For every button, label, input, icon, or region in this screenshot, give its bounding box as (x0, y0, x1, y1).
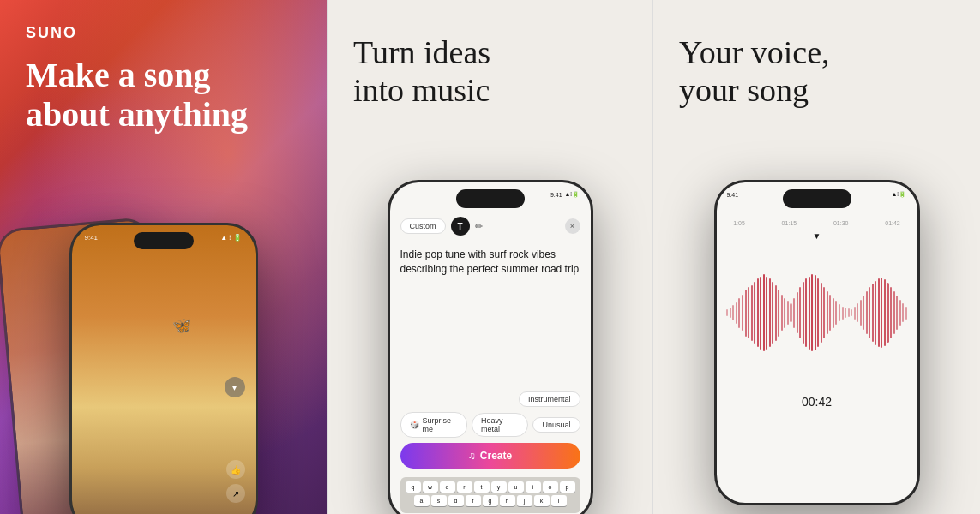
like-icon: 👍 (226, 460, 245, 479)
key-e[interactable]: e (440, 481, 455, 493)
wave-bar (823, 287, 825, 338)
wave-bar (854, 307, 856, 320)
key-t[interactable]: t (474, 481, 490, 493)
key-f[interactable]: f (466, 495, 481, 506)
tag-unusual[interactable]: Unusual (532, 417, 580, 433)
wave-bar (732, 305, 734, 320)
surprise-row: 🎲 Surprise me Heavy metal Unusual (400, 412, 580, 438)
wave-bar (757, 278, 759, 347)
wave-bar (803, 282, 804, 344)
wave-bar (905, 307, 907, 320)
key-l[interactable]: l (551, 495, 567, 506)
wave-bar (869, 287, 870, 338)
surprise-btn[interactable]: 🎲 Surprise me (400, 412, 467, 438)
wave-bar (726, 309, 728, 316)
t-icon: T (451, 217, 470, 236)
wave-bar (730, 308, 731, 318)
phone-notch-3 (783, 189, 851, 208)
wave-bar (784, 298, 785, 328)
keyboard-row-1: q w e r t y u i o p (403, 481, 578, 493)
wave-bar (857, 303, 858, 322)
wave-bar (775, 285, 777, 341)
wave-bar (884, 279, 886, 346)
wave-bar (817, 278, 819, 347)
key-w[interactable]: w (423, 481, 438, 493)
wave-bar (829, 295, 831, 331)
prompt-text[interactable]: Indie pop tune with surf rock vibes desc… (400, 244, 580, 383)
phone-1: 9:41 ▲ ⁞ 🔋 ▾ 👍 ↗ (69, 223, 258, 514)
create-button[interactable]: ♫ Create (400, 443, 580, 469)
wave-bar (809, 277, 810, 350)
wave-bar (860, 300, 862, 326)
wave-bar (751, 285, 753, 341)
panel-2-headline: Turn ideas into music (353, 34, 627, 109)
panel-1: SUNO Make a song about anything 9:41 ▲ ⁞… (0, 0, 327, 514)
key-i[interactable]: i (526, 481, 541, 493)
phone-screen-3: 1:05 01:15 01:30 01:42 ▼ 00:42 (717, 182, 917, 503)
key-p[interactable]: p (560, 481, 575, 493)
wave-bar (839, 304, 840, 321)
wave-bar (793, 298, 795, 328)
wave-bar (745, 290, 747, 337)
key-h[interactable]: h (500, 495, 515, 506)
key-j[interactable]: j (517, 495, 532, 506)
phone-container-2: 9:41 ▲⁞🔋 Custom T ✏ × Indie pop tune wit… (388, 180, 593, 514)
wave-bar (902, 303, 904, 322)
chevron-down-icon[interactable]: ▾ (225, 377, 245, 397)
tag-instrumental[interactable]: Instrumental (519, 391, 580, 407)
key-q[interactable]: q (406, 481, 421, 493)
wave-bar (881, 278, 882, 348)
panel-3-headline: Your voice, your song (679, 34, 954, 109)
share-icon: ↗ (226, 484, 245, 503)
wave-bar (863, 296, 864, 330)
custom-row: Custom T ✏ × (400, 213, 580, 239)
panel-1-headline: Make a song about anything (26, 56, 301, 134)
key-k[interactable]: k (534, 495, 550, 506)
wave-bar (835, 301, 837, 325)
wave-bar (899, 300, 901, 326)
tag-heavy-metal[interactable]: Heavy metal (472, 413, 528, 437)
key-r[interactable]: r (457, 481, 472, 493)
wave-bar (872, 284, 874, 342)
pencil-icon: ✏ (475, 221, 483, 232)
key-g[interactable]: g (483, 495, 498, 506)
wave-bar (821, 283, 822, 343)
wave-bar (848, 308, 850, 317)
wave-bar (766, 277, 767, 350)
wave-bar (790, 303, 791, 322)
wave-bar (738, 298, 740, 328)
waveform[interactable] (726, 244, 907, 381)
key-a[interactable]: a (414, 495, 430, 506)
key-s[interactable]: s (431, 495, 447, 506)
key-o[interactable]: o (543, 481, 558, 493)
wave-bar (748, 287, 749, 338)
wave-bar (754, 282, 755, 344)
close-btn[interactable]: × (565, 218, 580, 234)
dice-icon: 🎲 (410, 421, 419, 429)
custom-badge[interactable]: Custom (400, 218, 446, 234)
wave-bar (878, 278, 880, 347)
phone-notch-2 (456, 189, 525, 208)
phone-container-1: 9:41 ▲ ⁞ 🔋 ▾ 👍 ↗ (69, 223, 258, 514)
key-y[interactable]: y (491, 481, 507, 493)
keyboard-row-2: a s d f g h j k l (403, 495, 578, 506)
phone-notch-1 (134, 232, 194, 249)
panel-2: Turn ideas into music 9:41 ▲⁞🔋 Custom T … (327, 0, 653, 514)
like-bar: 👍 ↗ (226, 460, 245, 503)
wave-bar (887, 283, 888, 343)
tags-row: Instrumental (400, 391, 580, 407)
key-u[interactable]: u (508, 481, 524, 493)
wave-bar (799, 287, 801, 338)
wave-bar (787, 301, 789, 325)
waveform-timeline: 1:05 01:15 01:30 01:42 (726, 217, 907, 230)
wave-bar (833, 298, 834, 328)
wave-bar (851, 309, 852, 316)
music-note-icon: ♫ (468, 450, 476, 462)
wave-bar (742, 295, 743, 331)
wave-bar (797, 292, 798, 333)
phone-container-3: 9:41 ▲⁞🔋 1:05 01:15 01:30 01:42 ▼ 00:42 (714, 180, 920, 505)
wave-bar (815, 275, 816, 350)
key-d[interactable]: d (448, 495, 464, 506)
wave-bar (736, 302, 737, 324)
wave-bar (781, 295, 783, 331)
